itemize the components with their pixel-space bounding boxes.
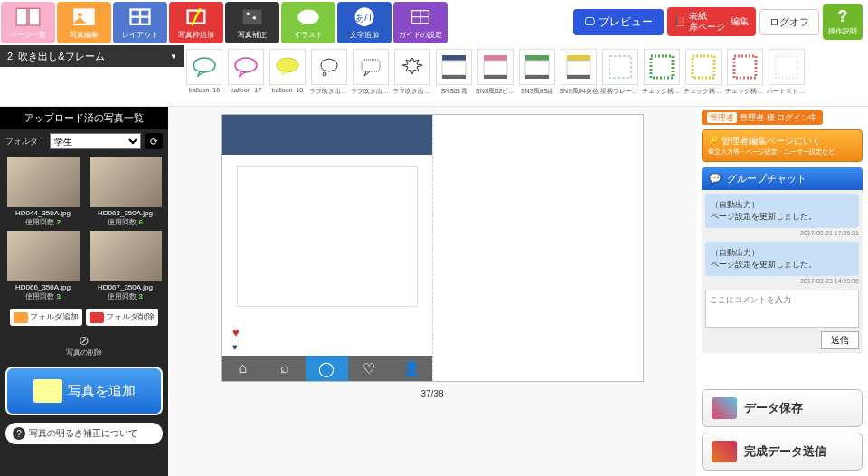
- sns-photo-frame[interactable]: [237, 166, 418, 307]
- disk-icon: [712, 397, 737, 419]
- tool-label: 文字追加: [350, 30, 379, 40]
- trash-icon[interactable]: ⊘: [4, 333, 165, 347]
- tool-photo-edit[interactable]: 写真編集: [57, 2, 111, 43]
- thought-balloon-icon: [311, 49, 347, 85]
- asset-item[interactable]: SNS風04黄色: [559, 49, 599, 102]
- tool-label: 写真補正: [238, 30, 267, 40]
- folder-delete-button[interactable]: フォルダ削除: [86, 309, 158, 326]
- chat-timestamp: 2017-03-21 17:05:31: [705, 230, 859, 236]
- tool-page-list[interactable]: ページ一覧: [1, 2, 55, 43]
- rough-balloon-icon: [353, 49, 389, 85]
- asset-item[interactable]: ラフ吹き出し‥: [392, 49, 432, 102]
- page-number: 37/38: [420, 389, 443, 399]
- svg-rect-36: [651, 56, 673, 78]
- help-button[interactable]: 操作説明: [823, 4, 863, 40]
- sns-footer: ⌂ ⌕ ◯ ♡ 👤: [222, 356, 432, 381]
- folder-add-button[interactable]: フォルダ追加: [10, 309, 82, 326]
- cover-icon: 📕: [675, 16, 685, 27]
- page-right[interactable]: [432, 115, 643, 381]
- svg-rect-33: [567, 61, 590, 75]
- logoff-button[interactable]: ログオフ: [760, 9, 819, 35]
- send-icon: [712, 441, 737, 462]
- save-button[interactable]: データ保存: [702, 389, 863, 427]
- asset-item[interactable]: チェック柄フ‥: [642, 49, 682, 102]
- photo-item[interactable]: HD066_350A.jpg使用回数 3: [4, 231, 82, 301]
- tool-add-text[interactable]: あ/T文字追加: [337, 2, 392, 43]
- asset-row: 2. 吹き出し&フレーム balloon_16 balloon_17 ballo…: [0, 45, 868, 107]
- svg-rect-6: [141, 10, 148, 15]
- sns-frame-icon: [436, 49, 472, 85]
- asset-item[interactable]: SNS01青: [434, 49, 474, 102]
- tool-photo-correct[interactable]: 写真補正: [225, 2, 279, 43]
- folder-plus-icon: [14, 312, 28, 323]
- tool-add-photoframe[interactable]: 写真枠追加: [169, 2, 223, 43]
- photo-sidebar: アップロード済の写真一覧 フォルダ： 学生 ⟳ HD044_350A.jpg使用…: [0, 107, 168, 476]
- sns-header: [222, 115, 432, 155]
- asset-item[interactable]: ラフ吹き出し‥: [309, 49, 349, 102]
- heart-icon: ♡: [348, 360, 391, 377]
- preview-button[interactable]: 🖵プレビュー: [573, 9, 664, 35]
- svg-point-21: [323, 72, 326, 76]
- top-toolbar: ページ一覧 写真編集 レイアウト 写真枠追加 写真補正 イラスト あ/T文字追加…: [0, 0, 868, 45]
- tool-layout[interactable]: レイアウト: [113, 2, 167, 43]
- photo-thumb: [90, 231, 162, 281]
- tool-label: 写真枠追加: [178, 30, 214, 40]
- brightness-help-link[interactable]: 写真の明るさ補正について: [5, 423, 163, 444]
- svg-rect-31: [525, 75, 549, 79]
- photo-item[interactable]: HD044_350A.jpg使用回数 2: [4, 157, 82, 227]
- asset-item[interactable]: チェック柄フ‥: [684, 49, 723, 102]
- asset-item[interactable]: balloon_17: [226, 49, 266, 102]
- svg-rect-7: [132, 17, 139, 23]
- asset-item[interactable]: ラフ吹き出し‥: [351, 49, 391, 102]
- folder-select[interactable]: 学生: [50, 133, 141, 149]
- asset-item[interactable]: 星柄フレーム‥: [600, 49, 640, 102]
- svg-text:あ/T: あ/T: [355, 13, 373, 23]
- tool-guide[interactable]: ガイドの設定: [393, 2, 448, 43]
- tool-illust[interactable]: イラスト: [281, 2, 335, 43]
- submit-button[interactable]: 完成データ送信: [702, 433, 863, 471]
- photo-item[interactable]: HD067_350A.jpg使用回数 3: [86, 231, 165, 301]
- asset-item[interactable]: チェック柄フ‥: [725, 49, 765, 102]
- svg-point-3: [78, 13, 82, 17]
- photo-thumb: [90, 157, 162, 207]
- svg-rect-39: [776, 56, 797, 78]
- chat-send-button[interactable]: 送信: [821, 331, 859, 349]
- tool-label: ページ一覧: [10, 30, 46, 40]
- user-icon: 👤: [390, 360, 432, 377]
- svg-rect-1: [29, 8, 40, 25]
- svg-point-12: [297, 9, 318, 24]
- svg-rect-28: [484, 75, 507, 79]
- svg-point-11: [253, 16, 256, 19]
- asset-item[interactable]: SNS風03緑: [517, 49, 557, 102]
- svg-point-20: [277, 58, 298, 72]
- heart-icon: ♥: [232, 326, 240, 339]
- asset-item[interactable]: balloon_18: [268, 49, 307, 102]
- svg-rect-35: [609, 56, 631, 78]
- add-photo-button[interactable]: 写真を追加: [5, 367, 163, 415]
- admin-page-link[interactable]: 🔑 管理者編集ページにいく 章立入力等・ページ設定・ユーザー設定など: [702, 129, 863, 162]
- burst-balloon-icon: [394, 49, 430, 85]
- check-frame-icon: [685, 49, 722, 85]
- asset-item[interactable]: ハートストラ‥: [767, 49, 807, 102]
- asset-item[interactable]: SNS風02ピン‥: [476, 49, 515, 102]
- svg-point-19: [235, 58, 257, 72]
- svg-rect-26: [484, 55, 507, 61]
- asset-item[interactable]: balloon_16: [184, 49, 224, 102]
- balloon-icon: [228, 49, 264, 85]
- chat-message: （自動出力）ページ設定を更新しました。: [705, 242, 859, 276]
- tool-label: レイアウト: [122, 30, 158, 40]
- chat-panel: 💬グループチャット （自動出力）ページ設定を更新しました。 2017-03-21…: [702, 167, 863, 353]
- sidebar-title: アップロード済の写真一覧: [0, 107, 168, 129]
- sns-frame-icon: [561, 49, 597, 85]
- page-spread[interactable]: ♥ ♥ ⌂ ⌕ ◯ ♡ 👤: [221, 114, 644, 382]
- refresh-button[interactable]: ⟳: [145, 133, 163, 149]
- tool-label: イラスト: [294, 30, 323, 40]
- chat-input[interactable]: [705, 290, 859, 328]
- cover-edit-button[interactable]: 📕 表紙扉ページ 編集: [667, 7, 756, 36]
- photo-item[interactable]: HD063_350A.jpg使用回数 6: [86, 157, 165, 227]
- svg-point-18: [193, 58, 215, 72]
- balloon-icon: [269, 49, 306, 85]
- category-select[interactable]: 2. 吹き出し&フレーム: [0, 45, 184, 67]
- heart-icon: ♥: [232, 342, 238, 352]
- folder-minus-icon: [90, 312, 104, 323]
